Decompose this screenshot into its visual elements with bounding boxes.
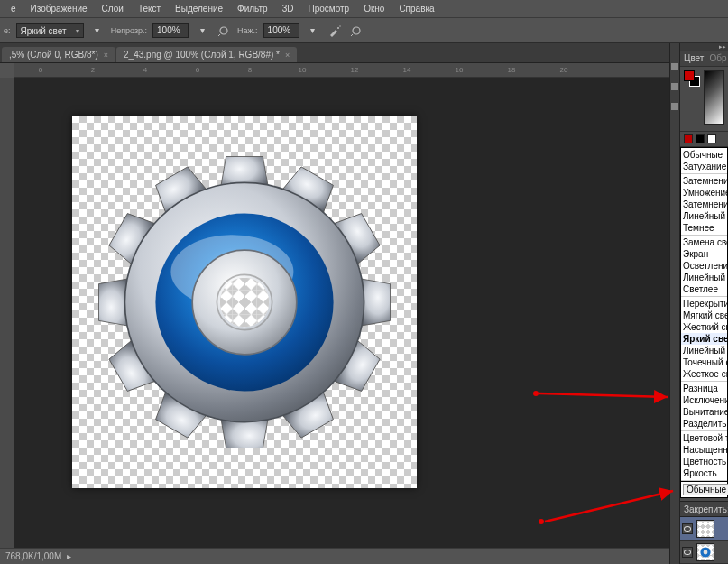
document-canvas[interactable] [72, 116, 417, 488]
blend-mode-item[interactable]: Точечный св [681, 356, 727, 368]
menu-item[interactable]: Текст [131, 4, 168, 14]
blend-mode-item[interactable]: Линейный св [681, 345, 727, 356]
pressure-size-icon[interactable] [348, 23, 364, 39]
color-panel [680, 67, 728, 132]
document-tab[interactable]: ,5% (Слой 0, RGB/8*) × [2, 47, 115, 62]
blend-mode-footer: Обычные [680, 482, 728, 498]
options-bar: е: Яркий свет ▾ Непрозр.: 100% ▾ Наж.: 1… [0, 18, 728, 43]
visibility-toggle[interactable] [682, 547, 693, 558]
blend-mode-item[interactable]: Светлее [681, 283, 727, 295]
horizontal-ruler: 0 2 4 6 8 10 12 14 16 18 20 [14, 63, 669, 78]
menu-bar: е Изображение Слои Текст Выделение Фильт… [0, 0, 728, 18]
close-icon[interactable]: × [104, 51, 108, 60]
reset-blend-button[interactable]: Обычные [683, 484, 728, 495]
document-size-label: 768,0K/1,00M [5, 551, 61, 561]
svg-point-3 [353, 27, 360, 34]
blend-mode-item[interactable]: Обычные [681, 149, 727, 161]
menu-item[interactable]: Выделение [168, 4, 230, 14]
blend-mode-item[interactable]: Затемнение [681, 175, 727, 187]
fg-bg-swatch[interactable] [684, 70, 700, 87]
dropdown-icon[interactable]: ▾ [194, 23, 210, 39]
blend-mode-item[interactable]: Цветность [681, 456, 727, 467]
tab-label: ,5% (Слой 0, RGB/8*) [9, 50, 98, 60]
svg-point-11 [704, 550, 708, 554]
fg-color-swatch[interactable] [684, 70, 695, 81]
blend-mode-item[interactable]: Затемнение о [681, 199, 727, 210]
blend-mode-item[interactable]: Разделить [681, 418, 727, 430]
color-ramp[interactable] [704, 70, 724, 125]
panel-grip[interactable]: ▸▸ [680, 43, 728, 51]
gear-icon [91, 149, 398, 456]
menu-item[interactable]: Изображение [23, 4, 95, 14]
blend-mode-item[interactable]: Замена светл [681, 236, 727, 248]
layer-thumbnail[interactable] [696, 543, 714, 561]
airbrush-icon[interactable] [327, 23, 343, 39]
blend-mode-item[interactable]: Перекрытие [681, 298, 727, 310]
svg-point-2 [339, 25, 340, 26]
canvas-area[interactable] [14, 78, 669, 548]
chevron-right-icon[interactable]: ▸ [67, 551, 71, 561]
layer-thumbnail[interactable] [696, 520, 714, 538]
flow-label: Наж.: [237, 26, 258, 35]
blend-mode-item[interactable]: Исключение [681, 394, 727, 406]
status-bar: 768,0K/1,00M ▸ [0, 548, 669, 564]
dropdown-icon[interactable]: ▾ [89, 23, 106, 39]
menu-item[interactable]: Просмотр [300, 4, 356, 14]
blend-mode-item[interactable]: Умножение [681, 187, 727, 199]
blend-mode-item[interactable]: Вычитание [681, 406, 727, 418]
blend-mode-item[interactable]: Жесткий све [681, 321, 727, 333]
color-swatch[interactable] [696, 134, 705, 143]
svg-point-1 [337, 27, 339, 29]
blend-mode-menu[interactable]: ОбычныеЗатуханиеЗатемнениеУмножениеЗатем… [680, 147, 728, 482]
vertical-ruler [0, 78, 14, 548]
dropdown-icon[interactable]: ▾ [305, 23, 321, 39]
swatch-row [680, 132, 728, 147]
menu-item[interactable]: е [4, 4, 23, 14]
blend-mode-item[interactable]: Темнее [681, 222, 727, 234]
menu-item[interactable]: Справка [392, 4, 441, 14]
blend-mode-item[interactable]: Насыщеннос [681, 444, 727, 456]
collapse-icon[interactable]: ▸▸ [719, 43, 726, 51]
workspace: 0 2 4 6 8 10 12 14 16 18 20 [0, 63, 669, 548]
blend-mode-item[interactable]: Мягкий свет [681, 310, 727, 321]
layer-row[interactable] [680, 541, 728, 564]
right-panels: ▸▸ Цвет Обр ОбычныеЗатуханиеЗатемнениеУм… [679, 43, 728, 564]
blend-mode-item[interactable]: Линейный за [681, 210, 727, 222]
flow-field[interactable]: 100% [263, 23, 299, 38]
color-swatch[interactable] [707, 134, 716, 143]
blend-mode-item[interactable]: Линейный ос [681, 272, 727, 283]
blend-mode-item[interactable]: Экран [681, 248, 727, 260]
tab-label: 2_43.png @ 100% (Слой 1, RGB/8#) * [124, 50, 280, 60]
layer-row[interactable] [680, 517, 728, 541]
opacity-field[interactable]: 100% [152, 23, 189, 38]
warning-swatch[interactable] [684, 134, 693, 143]
pressure-opacity-icon[interactable] [216, 23, 232, 39]
visibility-toggle[interactable] [682, 523, 693, 534]
opacity-label: Непрозр.: [111, 26, 147, 35]
document-tab[interactable]: 2_43.png @ 100% (Слой 1, RGB/8#) * × [116, 47, 297, 62]
dock-icon[interactable] [671, 63, 678, 70]
blend-mode-item[interactable]: Яркий свет [681, 333, 727, 345]
blend-mode-item[interactable]: Затухание [681, 161, 727, 172]
svg-point-0 [220, 27, 227, 34]
menu-item[interactable]: Фильтр [230, 4, 275, 14]
blend-mode-item[interactable]: Осветление о [681, 260, 727, 272]
menu-item[interactable]: 3D [275, 4, 301, 14]
collapsed-dock [669, 43, 679, 564]
close-icon[interactable]: × [285, 51, 290, 60]
document-tab-bar: ,5% (Слой 0, RGB/8*) × 2_43.png @ 100% (… [0, 43, 728, 63]
dock-icon[interactable] [671, 83, 678, 90]
first-label: е: [4, 26, 11, 35]
transparency-checker [72, 116, 417, 488]
blend-mode-item[interactable]: Цветовой то [681, 432, 727, 444]
dock-icon[interactable] [671, 103, 678, 110]
menu-item[interactable]: Окно [356, 4, 392, 14]
blend-mode-item[interactable]: Жесткое сме [681, 368, 727, 380]
blend-mode-item[interactable]: Яркость [681, 467, 727, 479]
color-panel-tab[interactable]: Цвет Обр [680, 51, 728, 67]
menu-item[interactable]: Слои [95, 4, 131, 14]
lock-label: Закрепить: [680, 501, 728, 517]
blend-mode-item[interactable]: Разница [681, 383, 727, 394]
blend-mode-combo[interactable]: Яркий свет [16, 23, 84, 38]
